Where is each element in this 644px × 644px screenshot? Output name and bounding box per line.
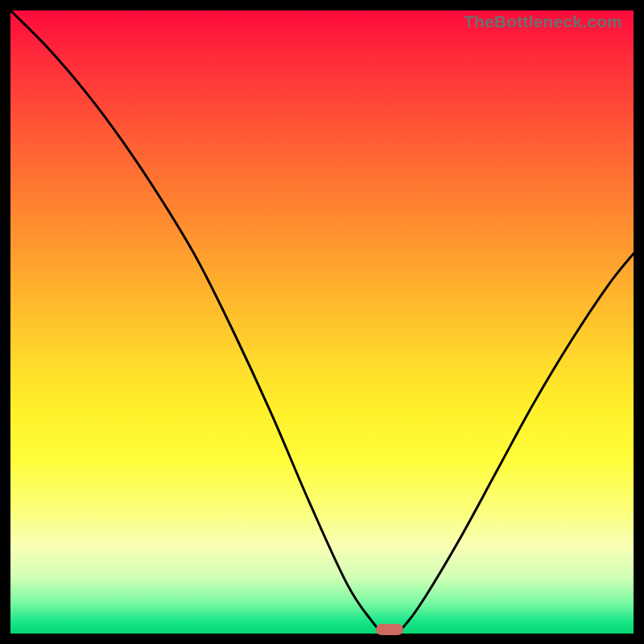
bottleneck-curve-path	[10, 10, 634, 634]
minimum-marker	[376, 624, 403, 635]
chart-frame: TheBottleneck.com	[0, 0, 644, 644]
plot-area: TheBottleneck.com	[10, 10, 634, 634]
line-chart	[10, 10, 634, 634]
